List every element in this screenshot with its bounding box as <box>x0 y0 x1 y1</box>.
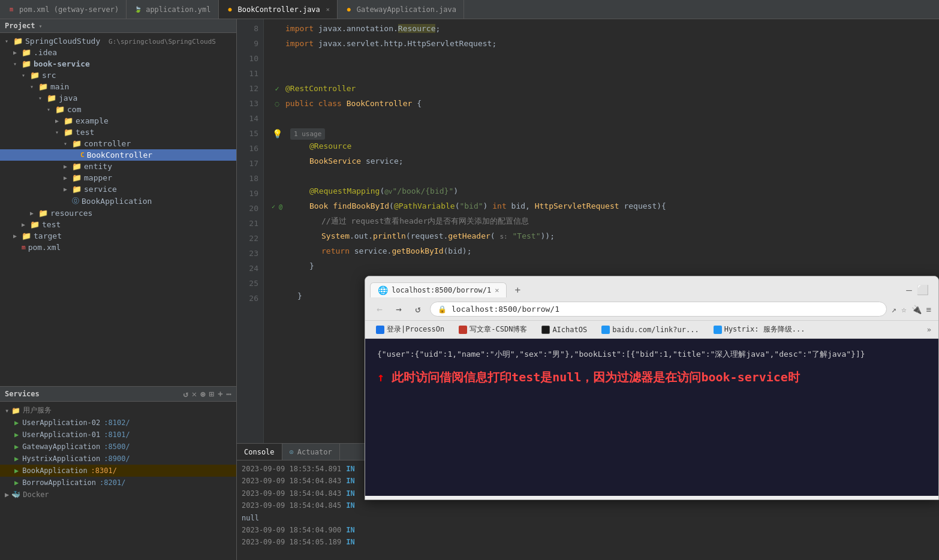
group-icon[interactable]: ⊞ <box>209 389 214 399</box>
service-user02[interactable]: ▶ UserApplication-02 :8102/ <box>0 417 236 429</box>
tree-example[interactable]: ▶ 📁 example <box>0 115 236 127</box>
bookmark-hystrix[interactable]: Hystrix: 服务降级... <box>710 323 809 336</box>
tree-service[interactable]: ▶ 📁 service <box>0 183 236 195</box>
mapper-arrow[interactable]: ▶ <box>64 174 72 181</box>
processOn-label: 登录|ProcessOn <box>387 324 444 335</box>
service-hystrix[interactable]: ▶ HystrixApplication :8900/ <box>0 453 236 465</box>
tab-gatewayapp[interactable]: ● GatewayApplication.java <box>338 0 464 19</box>
minimize-icon[interactable]: — <box>906 284 912 296</box>
tree-bookcontroller-file[interactable]: ▶ C BookController <box>0 149 236 161</box>
bookmarks-more[interactable]: » <box>927 326 931 334</box>
run-icon-book: ▶ <box>14 466 19 475</box>
log-time-1: 2023-09-09 18:53:54.891 <box>242 463 341 475</box>
tab-console[interactable]: Console <box>237 444 282 460</box>
mapper-icon: 📁 <box>72 173 82 182</box>
example-arrow[interactable]: ▶ <box>55 118 64 124</box>
tab-bookcontroller-label: BookController.java <box>238 5 320 14</box>
tree-controller[interactable]: ▾ 📁 controller <box>0 138 236 149</box>
chevron-down-icon[interactable]: ▾ <box>39 23 43 29</box>
tree-test-label: test <box>42 220 61 229</box>
tree-target[interactable]: ▶ 📁 target <box>0 230 236 242</box>
tree-resources[interactable]: ▶ 📁 resources <box>0 207 236 219</box>
java-c-icon: ● <box>226 5 234 14</box>
tree-main[interactable]: ▾ 📁 main <box>0 81 236 92</box>
reload-button[interactable]: ↺ <box>411 303 425 315</box>
bookmark-processOn[interactable]: 登录|ProcessOn <box>372 323 448 336</box>
main-arrow[interactable]: ▾ <box>30 83 38 90</box>
tree-bookapplication[interactable]: ▶ ⓪ BookApplication <box>0 195 236 207</box>
close-services-icon[interactable]: ✕ <box>192 389 197 399</box>
docker-arrow[interactable]: ▶ <box>5 490 9 499</box>
test-arrow[interactable]: ▶ <box>22 221 30 228</box>
target-arrow[interactable]: ▶ <box>13 233 22 239</box>
line-num-11: 11 <box>237 67 263 82</box>
tree-root[interactable]: ▾ 📁 SpringCloudStudy G:\springcloud\Spri… <box>0 35 236 47</box>
more-icon[interactable]: ⋯ <box>227 389 231 399</box>
idea-arrow[interactable]: ▶ <box>13 49 22 56</box>
tree-bookapplication-label: BookApplication <box>82 197 152 206</box>
bookmark-aichat[interactable]: AIchatOS <box>538 324 591 335</box>
services-header: Services ↺ ✕ ⊛ ⊞ + ⋯ <box>0 387 236 402</box>
bookmark-csdn[interactable]: 写文章-CSDN博客 <box>455 323 531 336</box>
browser-window: 🌐 localhost:8500/borrow/1 ✕ + — ⬜ ← → ↺ … <box>365 276 939 500</box>
maximize-icon[interactable]: ⬜ <box>917 284 929 296</box>
service-gateway[interactable]: ▶ GatewayApplication :8500/ <box>0 441 236 453</box>
service-arrow[interactable]: ▶ <box>64 186 72 192</box>
service-group-users[interactable]: ▾ 📁 用户服务 <box>0 404 236 417</box>
bookmarks-bar: 登录|ProcessOn 写文章-CSDN博客 AIchatOS baidu.c… <box>365 320 938 338</box>
tab-pom[interactable]: m pom.xml (getway-server) <box>0 0 127 19</box>
controller-arrow[interactable]: ▾ <box>64 140 72 147</box>
close-icon[interactable]: ✕ <box>326 6 330 13</box>
tab-actuator[interactable]: ⊙ Actuator <box>282 444 340 460</box>
java-arrow[interactable]: ▾ <box>38 95 47 101</box>
tree-entity[interactable]: ▶ 📁 entity <box>0 161 236 172</box>
usage-hint: 1 usage <box>290 128 325 140</box>
group-arrow[interactable]: ▾ <box>5 407 9 415</box>
share-icon[interactable]: ↗ <box>892 305 896 314</box>
tree-book-service[interactable]: ▾ 📁 book-service <box>0 58 236 70</box>
test-pkg-arrow[interactable]: ▾ <box>55 129 64 136</box>
entity-arrow[interactable]: ▶ <box>64 163 72 170</box>
service-bookapplication[interactable]: ▶ BookApplication :8301/ <box>0 465 236 477</box>
browser-active-tab[interactable]: 🌐 localhost:8500/borrow/1 ✕ <box>370 282 507 297</box>
tree-mapper[interactable]: ▶ 📁 mapper <box>0 172 236 183</box>
browser-new-tab[interactable]: + <box>509 281 526 298</box>
service-icon: 📁 <box>72 185 82 194</box>
bookmark-icon[interactable]: ☆ <box>901 305 906 314</box>
extensions-icon[interactable]: 🔌 <box>911 305 922 314</box>
bookmark-baidu[interactable]: baidu.com/link?ur... <box>598 324 703 335</box>
menu-icon[interactable]: ≡ <box>926 305 931 314</box>
com-arrow[interactable]: ▾ <box>47 106 55 113</box>
log-level-5: IN <box>346 524 354 536</box>
docker-header[interactable]: ▶ 🐳 Docker <box>0 489 236 501</box>
add-icon[interactable]: + <box>218 389 222 399</box>
forward-button[interactable]: → <box>392 303 406 315</box>
resources-arrow[interactable]: ▶ <box>30 210 38 216</box>
book-service-arrow[interactable]: ▾ <box>13 61 22 67</box>
filter-icon[interactable]: ⊛ <box>200 389 205 399</box>
line-num-13: 13 <box>237 97 263 112</box>
run-icon-borrow: ▶ <box>14 478 19 487</box>
service-user01[interactable]: ▶ UserApplication-01 :8101/ <box>0 429 236 441</box>
tab-appyml[interactable]: 🍃 application.yml <box>127 0 218 19</box>
tree-com[interactable]: ▾ 📁 com <box>0 104 236 115</box>
tree-test[interactable]: ▶ 📁 test <box>0 219 236 230</box>
sync-icon[interactable]: ↺ <box>183 389 188 399</box>
collapse-arrow[interactable]: ▾ <box>5 38 13 44</box>
tree-pom-xml[interactable]: ▶ m pom.xml <box>0 242 236 253</box>
tree-idea[interactable]: ▶ 📁 .idea <box>0 47 236 58</box>
tree-test-pkg[interactable]: ▾ 📁 test <box>0 127 236 138</box>
src-arrow[interactable]: ▾ <box>22 72 30 79</box>
gateway-java-icon: ● <box>345 5 353 14</box>
code-line-15b: @Resource <box>271 139 939 154</box>
browser-address-input[interactable]: 🔒 localhost:8500/borrow/1 <box>430 302 887 317</box>
docker-icon: 🐳 <box>11 490 20 499</box>
tree-src[interactable]: ▾ 📁 src <box>0 70 236 81</box>
tree-java[interactable]: ▾ 📁 java <box>0 92 236 104</box>
browser-tab-close[interactable]: ✕ <box>495 286 499 294</box>
book-service-icon: 📁 <box>22 59 31 68</box>
log-null: null <box>242 512 259 524</box>
back-button[interactable]: ← <box>372 303 387 315</box>
service-borrow[interactable]: ▶ BorrowApplication :8201/ <box>0 477 236 489</box>
tab-bookcontroller[interactable]: ● BookController.java ✕ <box>219 0 338 19</box>
